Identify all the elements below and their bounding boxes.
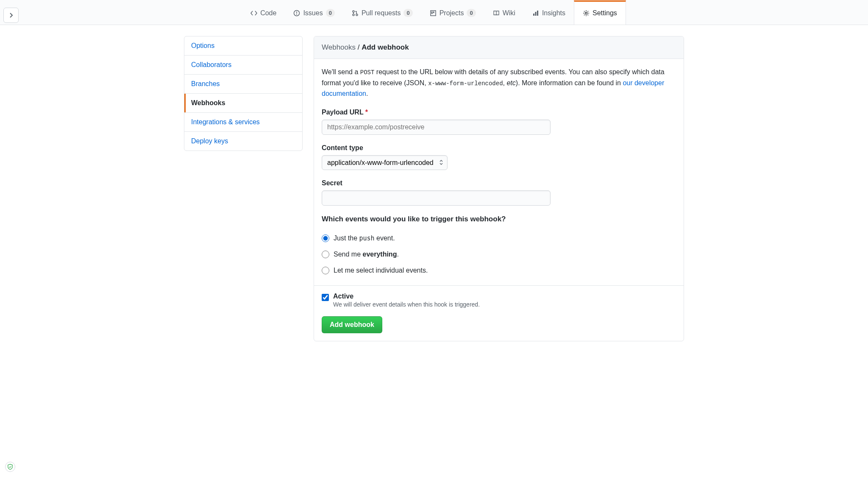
issue-icon <box>293 10 300 17</box>
tab-issues[interactable]: Issues 0 <box>285 0 343 25</box>
settings-sidebar: Options Collaborators Branches Webhooks … <box>184 36 303 341</box>
divider <box>314 285 684 286</box>
sidebar-item-label: Branches <box>191 80 220 87</box>
pulls-count: 0 <box>403 9 412 17</box>
add-webhook-button[interactable]: Add webhook <box>322 316 382 333</box>
tab-label: Issues <box>303 9 323 17</box>
sidebar-item-integrations[interactable]: Integrations & services <box>184 113 302 132</box>
tab-insights[interactable]: Insights <box>524 0 574 25</box>
radio-individual-label: Let me select individual events. <box>334 267 428 274</box>
gear-icon <box>583 10 590 17</box>
svg-point-1 <box>296 14 297 15</box>
svg-rect-7 <box>431 11 433 14</box>
svg-rect-9 <box>533 14 534 16</box>
active-label: Active <box>333 293 480 300</box>
tab-code[interactable]: Code <box>242 0 285 25</box>
svg-point-4 <box>353 14 354 16</box>
events-heading: Which events would you like to trigger t… <box>322 215 676 223</box>
tab-wiki[interactable]: Wiki <box>484 0 524 25</box>
svg-rect-2 <box>297 11 297 14</box>
svg-rect-11 <box>537 11 538 16</box>
svg-rect-10 <box>535 12 536 16</box>
svg-point-3 <box>353 11 354 12</box>
sidebar-item-webhooks[interactable]: Webhooks <box>184 94 302 113</box>
tab-settings[interactable]: Settings <box>574 0 626 25</box>
sidebar-item-options[interactable]: Options <box>184 36 302 56</box>
repo-top-bar: Code Issues 0 Pull requests 0 Projects 0… <box>0 0 868 25</box>
content-type-select[interactable]: application/x-www-form-urlencoded <box>322 155 448 170</box>
breadcrumb: Webhooks / Add webhook <box>314 36 684 59</box>
chevron-right-icon <box>9 12 13 18</box>
tab-label: Pull requests <box>362 9 401 17</box>
tab-pull-requests[interactable]: Pull requests 0 <box>343 0 421 25</box>
tab-projects[interactable]: Projects 0 <box>421 0 484 25</box>
active-description: We will deliver event details when this … <box>333 301 480 308</box>
sidebar-item-label: Options <box>191 42 214 49</box>
secret-input[interactable] <box>322 190 551 206</box>
secret-label: Secret <box>322 179 676 187</box>
content-type-label: Content type <box>322 144 676 152</box>
sidebar-item-label: Collaborators <box>191 61 231 68</box>
radio-everything[interactable] <box>322 251 329 258</box>
pull-request-icon <box>352 10 359 17</box>
projects-icon <box>430 10 437 17</box>
graph-icon <box>532 10 539 17</box>
breadcrumb-current: Add webhook <box>362 43 409 51</box>
radio-push-event[interactable] <box>322 234 329 242</box>
sidebar-item-label: Integrations & services <box>191 118 260 126</box>
sidebar-item-collaborators[interactable]: Collaborators <box>184 56 302 75</box>
tab-label: Insights <box>542 9 565 17</box>
radio-everything-label: Send me everything. <box>334 251 399 258</box>
sidebar-item-deploy-keys[interactable]: Deploy keys <box>184 132 302 151</box>
tab-label: Projects <box>440 9 464 17</box>
description-text: We'll send a POST request to the URL bel… <box>322 67 676 99</box>
issues-count: 0 <box>326 9 335 17</box>
sidebar-item-label: Webhooks <box>191 99 225 106</box>
expand-sidebar-button[interactable] <box>3 8 19 23</box>
svg-point-5 <box>356 14 358 16</box>
radio-push-label: Just the push event. <box>334 234 395 242</box>
tab-label: Wiki <box>503 9 515 17</box>
active-checkbox[interactable] <box>322 294 329 301</box>
main-panel: Webhooks / Add webhook We'll send a POST… <box>314 36 684 341</box>
payload-url-input[interactable] <box>322 120 551 135</box>
radio-individual[interactable] <box>322 267 329 274</box>
sidebar-item-branches[interactable]: Branches <box>184 75 302 94</box>
book-icon <box>493 10 500 17</box>
code-icon <box>250 10 257 17</box>
projects-count: 0 <box>467 9 476 17</box>
svg-point-12 <box>585 12 587 14</box>
tab-label: Settings <box>593 9 617 17</box>
sidebar-item-label: Deploy keys <box>191 137 228 145</box>
svg-rect-8 <box>433 11 434 13</box>
tab-label: Code <box>260 9 276 17</box>
breadcrumb-parent[interactable]: Webhooks <box>322 43 356 51</box>
repo-tabs: Code Issues 0 Pull requests 0 Projects 0… <box>0 0 868 25</box>
payload-url-label: Payload URL * <box>322 109 676 116</box>
